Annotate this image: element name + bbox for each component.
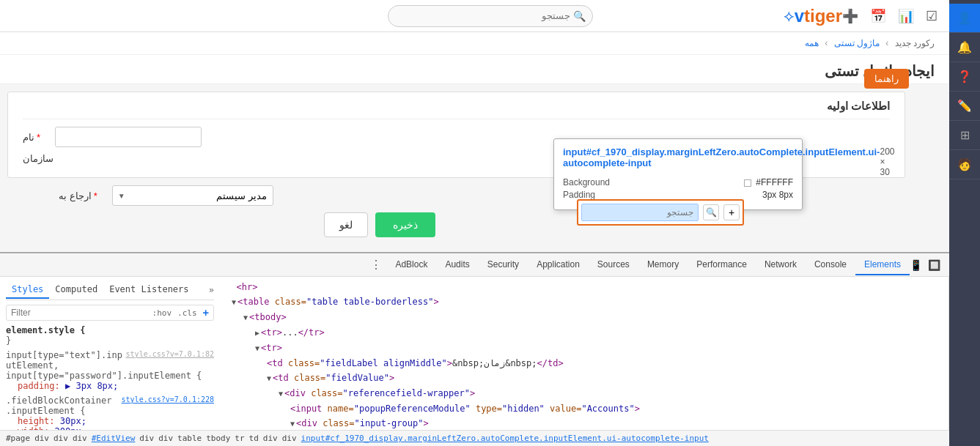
html-line: <tbody> bbox=[220, 310, 948, 325]
html-line: <input name="popupReferenceModule" type=… bbox=[220, 401, 948, 416]
tab-sources[interactable]: Sources bbox=[589, 255, 638, 275]
filter-add[interactable]: + bbox=[203, 307, 209, 319]
styles-tab-styles[interactable]: Styles bbox=[6, 281, 49, 299]
html-line: <table class="table table-borderless"> bbox=[220, 294, 948, 310]
style-prop-padding: padding: ▶ 3px 8px; bbox=[6, 381, 214, 391]
top-nav: 👤 ☑ 📊 📅 ➕ 🔍 vtiger ⟡ bbox=[0, 0, 980, 32]
filter-pseudo[interactable]: :hov bbox=[152, 308, 172, 318]
save-button[interactable]: ذخیره bbox=[375, 212, 435, 237]
tab-application[interactable]: Application bbox=[528, 255, 589, 275]
devtools-body: <hr> <table class="table table-borderles… bbox=[0, 277, 949, 446]
search-bar: 🔍 bbox=[388, 5, 593, 27]
nav-icon-check[interactable]: ☑ bbox=[926, 8, 937, 24]
tooltip-bg-val: #FFFFFF bbox=[744, 177, 793, 187]
top-content: رکورد جدید › ماژول تستی › همه راهنما ایج… bbox=[0, 32, 949, 252]
html-line: <div class="input-group"> bbox=[220, 416, 948, 431]
styles-tabs: Styles Computed Event Listeners » bbox=[6, 280, 214, 300]
org-label: سازمان bbox=[23, 153, 54, 164]
filter-input[interactable] bbox=[11, 308, 147, 318]
devtools-mobile-icon[interactable]: 📱 bbox=[910, 259, 922, 271]
html-line: <div class="referencefield-wrapper"> bbox=[220, 386, 948, 401]
nav-icons: 👤 ☑ 📊 📅 ➕ bbox=[842, 8, 965, 24]
sidebar-icon-user[interactable]: 👤 bbox=[949, 4, 980, 33]
devtools-panel: 🔲 📱 Elements Console Network Performance… bbox=[0, 252, 949, 446]
tab-audits[interactable]: Audits bbox=[436, 255, 478, 275]
html-line: <td class="fieldValue"> bbox=[220, 371, 948, 386]
select-arrow-icon: ▼ bbox=[118, 192, 125, 200]
status-bar-path: #page bbox=[6, 434, 30, 443]
tooltip-padding-val: 3px 8px bbox=[762, 190, 793, 200]
sidebar-icon-edit[interactable]: ✏️ bbox=[949, 92, 980, 121]
sidebar-icon-notifications[interactable]: 🔔 bbox=[949, 33, 980, 62]
search-icon: 🔍 bbox=[573, 10, 586, 22]
nav-icon-calendar[interactable]: 📅 bbox=[870, 8, 886, 24]
name-input[interactable] bbox=[55, 127, 202, 147]
tooltip-dimensions: 200 × 30 bbox=[880, 146, 894, 177]
tooltip-padding-key: Padding bbox=[563, 190, 595, 200]
devtools-inspect-icon[interactable]: 🔲 bbox=[928, 259, 940, 271]
reference-search-row: + 🔍 bbox=[577, 199, 744, 226]
style-selector-field: .fieldBlockContainerstyle.css?v=7.0.1:22… bbox=[6, 395, 214, 406]
styles-tab-computed[interactable]: Computed bbox=[49, 281, 103, 299]
tooltip-padding-row: Padding 3px 8px bbox=[563, 190, 793, 200]
help-button[interactable]: راهنما bbox=[864, 69, 909, 89]
html-line: <hr> bbox=[220, 280, 948, 294]
add-button[interactable]: + bbox=[723, 204, 740, 220]
styles-tab-event-listeners[interactable]: Event Listeners bbox=[103, 281, 194, 299]
style-rule-element: element.style { } bbox=[6, 325, 214, 346]
search-button[interactable]: 🔍 bbox=[703, 204, 719, 220]
breadcrumb: رکورد جدید › ماژول تستی › همه bbox=[0, 32, 949, 55]
style-source2[interactable]: style.css?v=7.0.1:228 bbox=[122, 395, 214, 404]
tab-memory[interactable]: Memory bbox=[638, 255, 688, 275]
right-sidebar: 👤 🔔 ❓ ✏️ ⊞ 🧑 bbox=[949, 0, 980, 446]
devtools-tabs: 🔲 📱 Elements Console Network Performance… bbox=[0, 253, 949, 277]
section-title: اطلاعات اولیه bbox=[23, 100, 890, 119]
style-selector-field2: .inputElement { bbox=[6, 406, 214, 416]
html-panel: <hr> <table class="table table-borderles… bbox=[220, 277, 949, 446]
status-editview[interactable]: #EditView bbox=[92, 434, 136, 443]
style-selector-input: input[type="text"].inpstyle.css?v=7.0.1:… bbox=[6, 350, 214, 360]
sidebar-icon-help[interactable]: ❓ bbox=[949, 62, 980, 92]
tab-security[interactable]: Security bbox=[479, 255, 528, 275]
tab-elements[interactable]: Elements bbox=[855, 255, 910, 275]
name-label: *نام bbox=[23, 132, 40, 143]
breadcrumb-module[interactable]: ماژول تستی bbox=[834, 38, 880, 48]
sidebar-icon-table[interactable]: ⊞ bbox=[949, 121, 980, 150]
nav-icon-chart[interactable]: 📊 bbox=[898, 8, 914, 24]
html-line: <tr>...</tr> bbox=[220, 325, 948, 341]
style-prop-height: height: 30px; bbox=[6, 416, 214, 426]
tab-performance[interactable]: Performance bbox=[688, 255, 756, 275]
vtiger-logo: vtiger ⟡ bbox=[781, 6, 842, 26]
logo-text: vtiger bbox=[795, 6, 842, 26]
cancel-button[interactable]: لغو bbox=[324, 212, 368, 237]
tooltip-bg-row: Background #FFFFFF bbox=[563, 177, 793, 187]
sidebar-icon-person[interactable]: 🧑 bbox=[949, 150, 980, 179]
manager-select-wrapper: مدیر سیستم ▼ bbox=[112, 185, 273, 206]
color-swatch bbox=[744, 179, 751, 187]
breadcrumb-action: رکورد جدید bbox=[895, 38, 935, 48]
styles-chevron[interactable]: » bbox=[209, 285, 214, 295]
manager-select[interactable]: مدیر سیستم bbox=[112, 185, 273, 206]
nav-icon-plus[interactable]: ➕ bbox=[842, 8, 858, 24]
filter-row: :hov .cls + bbox=[6, 305, 214, 321]
style-brace: } bbox=[6, 335, 214, 346]
tab-console[interactable]: Console bbox=[806, 255, 855, 275]
filter-cls[interactable]: .cls bbox=[177, 308, 197, 318]
action-buttons: ذخیره لغو bbox=[280, 212, 479, 237]
styles-panel: Styles Computed Event Listeners » :hov .… bbox=[0, 277, 220, 446]
tab-adblock[interactable]: AdBlock bbox=[386, 255, 436, 275]
tab-network[interactable]: Network bbox=[756, 255, 806, 275]
main-area: رکورد جدید › ماژول تستی › همه راهنما ایج… bbox=[0, 32, 949, 446]
referred-label: *ارجاع به bbox=[59, 190, 97, 201]
status-bar: #page div div div #EditView div div tabl… bbox=[0, 430, 949, 446]
style-source[interactable]: style.css?v=7.0.1:82 bbox=[126, 350, 214, 358]
page-title: ایجاد ماژول تستی bbox=[0, 55, 949, 84]
reference-search-input[interactable] bbox=[581, 204, 699, 221]
html-line: <td class="fieldLabel alignMiddle">&nbsp… bbox=[220, 356, 948, 371]
style-selector-input2: utElement, bbox=[6, 360, 214, 371]
search-input[interactable] bbox=[388, 5, 593, 27]
breadcrumb-home[interactable]: همه bbox=[805, 38, 819, 48]
status-input[interactable]: input#cf_1970_display.marginLeftZero.aut… bbox=[301, 434, 709, 443]
tooltip-element-name: input#cf_1970_display.marginLeftZero.aut… bbox=[563, 146, 880, 168]
devtools-more[interactable]: ⋮ bbox=[366, 258, 386, 272]
